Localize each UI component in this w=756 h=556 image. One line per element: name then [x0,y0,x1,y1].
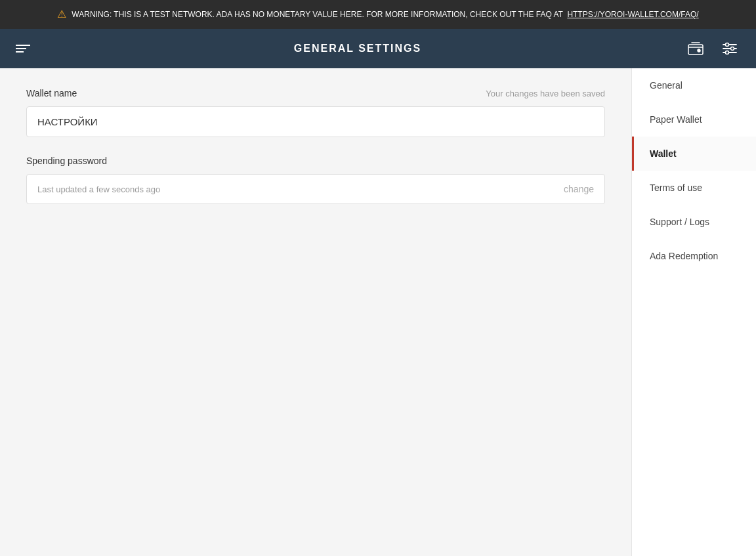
svg-rect-0 [688,45,703,54]
spending-password-section: Spending password Last updated a few sec… [26,156,605,204]
svg-point-5 [725,43,728,47]
sidebar-item-paper-wallet[interactable]: Paper Wallet [632,102,756,137]
page-title: GENERAL SETTINGS [294,43,421,54]
sidebar: General Paper Wallet Wallet Terms of use… [631,68,756,556]
spending-password-header: Spending password [26,156,605,166]
main-layout: Wallet name Your changes have been saved… [0,68,756,556]
sidebar-item-ada-redemption[interactable]: Ada Redemption [632,239,756,273]
svg-point-6 [730,47,734,51]
logo-icon [13,42,33,55]
logo [13,42,33,55]
sidebar-item-wallet[interactable]: Wallet [632,137,756,171]
warning-link[interactable]: HTTPS://YOROI-WALLET.COM/FAQ/ [567,10,698,19]
warning-icon: ⚠ [57,7,66,22]
svg-point-7 [725,51,728,54]
spending-password-label: Spending password [26,156,107,166]
password-updated-text: Last updated a few seconds ago [37,184,160,194]
navbar-actions [682,35,743,62]
warning-message: WARNING: THIS IS A TEST NETWORK. ADA HAS… [72,10,562,19]
wallet-name-input[interactable] [26,106,605,137]
warning-banner: ⚠ WARNING: THIS IS A TEST NETWORK. ADA H… [0,0,756,29]
filter-icon-button[interactable] [717,35,743,62]
change-password-button[interactable]: change [564,184,594,194]
navbar: GENERAL SETTINGS [0,29,756,68]
wallet-icon-button[interactable] [682,35,709,62]
spending-password-box: Last updated a few seconds ago change [26,174,605,204]
warning-text: WARNING: THIS IS A TEST NETWORK. ADA HAS… [72,9,698,20]
svg-point-1 [698,49,700,52]
sidebar-item-general[interactable]: General [632,68,756,102]
content-panel: Wallet name Your changes have been saved… [0,68,631,556]
wallet-name-header: Wallet name Your changes have been saved [26,88,605,98]
wallet-name-status: Your changes have been saved [486,89,605,98]
sidebar-item-support-logs[interactable]: Support / Logs [632,205,756,239]
wallet-name-label: Wallet name [26,88,77,98]
sidebar-item-terms-of-use[interactable]: Terms of use [632,171,756,205]
